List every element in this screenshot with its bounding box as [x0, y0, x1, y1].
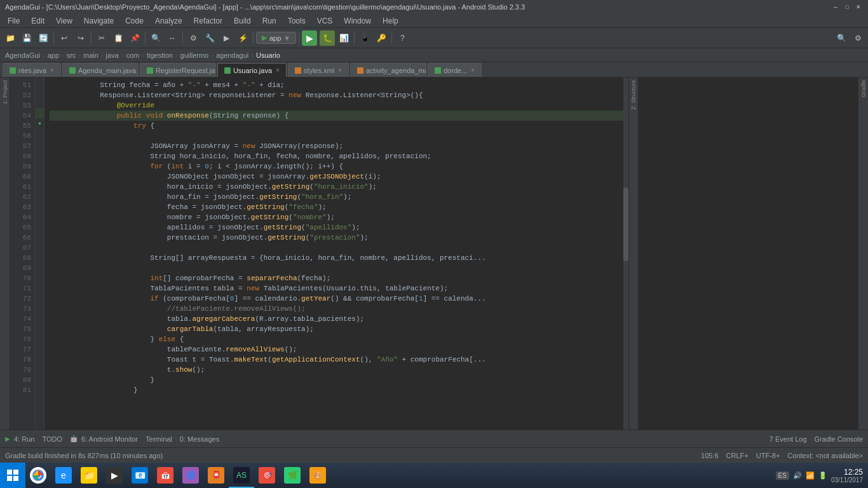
menu-build[interactable]: Build	[229, 15, 256, 27]
toolbar-btn-redo[interactable]: ↪	[73, 30, 88, 46]
app-selector[interactable]: ▶ app ▼	[256, 32, 296, 44]
code-line-69	[50, 263, 623, 273]
menu-vcs[interactable]: VCS	[312, 15, 338, 27]
bc-agendagui2[interactable]: agendagui	[216, 51, 248, 59]
toolbar-btn-help[interactable]: ?	[395, 30, 410, 46]
taskbar-app3[interactable]: 🎯	[254, 463, 280, 488]
tab-icon-activity	[357, 67, 363, 74]
tab-close-ntes[interactable]: ×	[50, 67, 54, 74]
bc-agendagui[interactable]: AgendaGui	[5, 51, 40, 59]
toolbar-btn-7[interactable]: ▶	[219, 30, 234, 46]
tab-agenda-main[interactable]: Agenda_main.java ×	[62, 63, 139, 77]
event-log-link[interactable]: 7 Event Log	[770, 435, 807, 443]
messages-tool[interactable]: 0: Messages	[180, 435, 219, 443]
toolbar-btn-5[interactable]: ⚙	[186, 30, 201, 46]
toolbar-btn-copy[interactable]: 📋	[111, 30, 126, 46]
toolbar-btn-paste[interactable]: 📌	[127, 30, 142, 46]
bc-tigestion[interactable]: tigestion	[147, 51, 173, 59]
code-line-55: try {	[50, 121, 623, 131]
run-tool[interactable]: ▶ 4: Run	[5, 435, 34, 443]
bc-java[interactable]: java	[106, 51, 119, 59]
android-monitor-tool[interactable]: 🤖 6: Android Monitor	[70, 435, 138, 443]
toolbar-search[interactable]: 🔍	[834, 30, 849, 46]
gradle-label[interactable]: Gradle	[860, 78, 867, 100]
tabs-bar: ntes.java × Agenda_main.java × RegisterR…	[0, 62, 868, 78]
menu-edit[interactable]: Edit	[26, 15, 50, 27]
menu-navigate[interactable]: Navigate	[79, 15, 119, 27]
bc-src[interactable]: src	[67, 51, 76, 59]
toolbar-btn-sync[interactable]: 🔄	[36, 30, 51, 46]
taskbar-app1[interactable]: 🌀	[178, 463, 203, 488]
taskbar-ie[interactable]: e	[51, 463, 76, 488]
bc-com[interactable]: com	[126, 51, 139, 59]
system-clock[interactable]: 12:25 03/11/2017	[831, 468, 863, 484]
menu-window[interactable]: Window	[339, 15, 376, 27]
debug-button[interactable]: 🐛	[320, 30, 335, 46]
menu-run[interactable]: Run	[257, 15, 281, 27]
menu-refactor[interactable]: Refactor	[189, 15, 227, 27]
toolbar-btn-cut[interactable]: ✂	[94, 30, 109, 46]
menu-tools[interactable]: Tools	[283, 15, 311, 27]
structure-panel-strip: Z: Structure	[628, 78, 639, 445]
menu-code[interactable]: Code	[120, 15, 149, 27]
taskbar-explorer[interactable]: 📁	[76, 463, 102, 488]
toolbar-settings[interactable]: ⚙	[850, 30, 865, 46]
toolbar-btn-8[interactable]: ⚡	[235, 30, 250, 46]
tab-usuario[interactable]: Usuario.java ×	[217, 63, 287, 77]
menu-file[interactable]: File	[3, 15, 25, 27]
battery-tray-icon[interactable]: 🔋	[818, 471, 827, 480]
tab-activity[interactable]: activity_agenda_main.xml ×	[350, 63, 426, 77]
toolbar-btn-avd[interactable]: 📱	[357, 30, 372, 46]
taskbar-media[interactable]: ▶	[102, 463, 127, 488]
menu-help[interactable]: Help	[377, 15, 403, 27]
volume-tray-icon[interactable]: 🔊	[793, 471, 802, 480]
scroll-thumb[interactable]	[623, 187, 628, 261]
start-button[interactable]	[0, 463, 25, 488]
taskbar-app5[interactable]: 🎨	[305, 463, 330, 488]
profile-button[interactable]: 📊	[336, 30, 351, 46]
tab-styles[interactable]: styles.xml ×	[288, 63, 349, 77]
bc-main[interactable]: main	[83, 51, 98, 59]
bc-usuario[interactable]: Usuario	[256, 51, 280, 59]
toolbar-btn-search[interactable]: 🔍	[148, 30, 163, 46]
taskbar-chrome[interactable]	[25, 463, 51, 488]
toolbar-btn-2[interactable]: 💾	[19, 30, 34, 46]
taskbar-outlook[interactable]: 📧	[127, 463, 153, 488]
tab-dorde[interactable]: dorde... ×	[428, 63, 482, 77]
project-panel-label[interactable]: 1: Project	[2, 78, 8, 107]
code-line-67	[50, 243, 623, 253]
tab-close-styles[interactable]: ×	[338, 67, 342, 74]
network-tray-icon[interactable]: 📶	[806, 471, 815, 480]
toolbar-btn-6[interactable]: 🔧	[202, 30, 217, 46]
bottom-toolbar: ▶ 4: Run TODO 🤖 6: Android Monitor Termi…	[0, 430, 868, 447]
close-button[interactable]: ✕	[854, 3, 863, 11]
code-content[interactable]: String fecha = año + "-" + mes4 + "-" + …	[44, 78, 628, 445]
toolbar-btn-replace[interactable]: ↔	[165, 30, 180, 46]
scrollbar[interactable]	[623, 78, 628, 445]
toolbar-btn-1[interactable]: 📁	[3, 30, 18, 46]
minimize-button[interactable]: ─	[831, 3, 840, 11]
lang-indicator[interactable]: ES	[776, 471, 789, 480]
taskbar-calendar[interactable]: 📅	[153, 463, 178, 488]
tab-ntes[interactable]: ntes.java ×	[3, 63, 61, 77]
bc-guillermo[interactable]: guillermo	[180, 51, 209, 59]
structure-label[interactable]: Z: Structure	[630, 78, 637, 112]
toolbar-btn-sdk[interactable]: 🔑	[374, 30, 389, 46]
maximize-button[interactable]: □	[843, 3, 851, 11]
tab-register[interactable]: RegisterRequest.java ×	[140, 63, 216, 77]
run-button[interactable]: ▶	[302, 30, 317, 46]
toolbar-btn-undo[interactable]: ↩	[57, 30, 72, 46]
menu-analyze[interactable]: Analyze	[150, 15, 187, 27]
bc-app[interactable]: app	[48, 51, 59, 59]
tab-close-usuario[interactable]: ×	[276, 67, 280, 74]
tab-close-dorde[interactable]: ×	[471, 67, 475, 74]
terminal-tool[interactable]: Terminal	[146, 435, 172, 443]
todo-tool[interactable]: TODO	[42, 435, 62, 443]
taskbar-app2[interactable]: 📮	[203, 463, 229, 488]
gradle-console-link[interactable]: Gradle Console	[815, 435, 863, 443]
taskbar-app4[interactable]: 🌿	[280, 463, 305, 488]
code-editor[interactable]: 5152535455 5657585960 6162636465 6667686…	[10, 78, 628, 445]
taskbar-android-studio[interactable]: AS	[229, 463, 254, 488]
todo-label: TODO	[42, 435, 62, 443]
menu-view[interactable]: View	[51, 15, 78, 27]
